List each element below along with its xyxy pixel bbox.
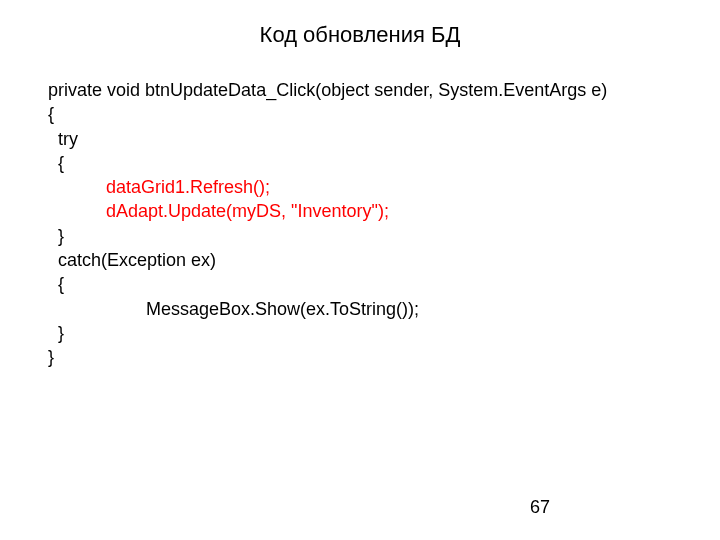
code-line: } — [48, 345, 720, 369]
code-line: } — [48, 224, 720, 248]
code-line: catch(Exception ex) — [48, 248, 720, 272]
code-line: { — [48, 102, 720, 126]
code-line: } — [48, 321, 720, 345]
code-line-highlight: dataGrid1.Refresh(); — [48, 175, 720, 199]
code-line: try — [48, 127, 720, 151]
code-line: MessageBox.Show(ex.ToString()); — [48, 297, 720, 321]
code-block: private void btnUpdateData_Click(object … — [0, 78, 720, 370]
code-line: { — [48, 151, 720, 175]
code-line: private void btnUpdateData_Click(object … — [48, 78, 720, 102]
page-number: 67 — [0, 497, 720, 518]
code-line-highlight: dAdapt.Update(myDS, "Inventory"); — [48, 199, 720, 223]
slide-title: Код обновления БД — [0, 0, 720, 78]
code-line: { — [48, 272, 720, 296]
